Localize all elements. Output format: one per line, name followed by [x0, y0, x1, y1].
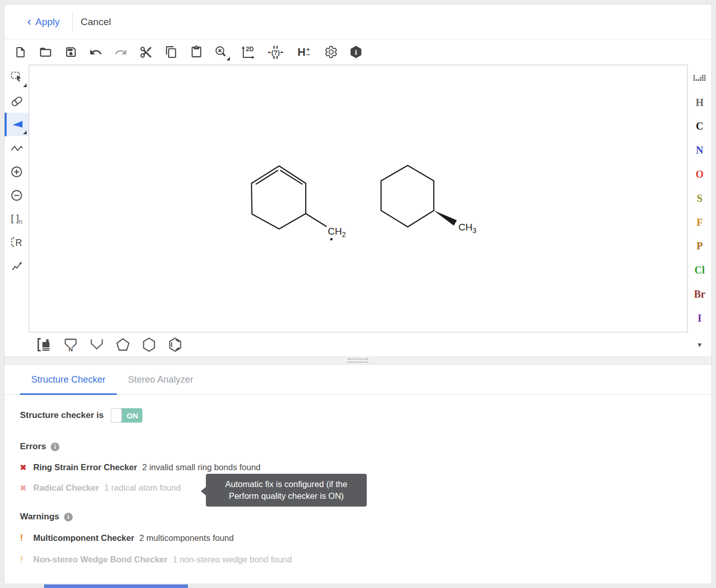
element-s-button[interactable]: S [688, 186, 711, 211]
template-library-button[interactable] [36, 336, 53, 353]
add-remove-hydrogens-icon[interactable]: H + − [294, 45, 313, 59]
svg-text:2D: 2D [246, 46, 254, 53]
rgroup-tool[interactable]: R [5, 230, 29, 254]
redo-icon[interactable] [114, 45, 128, 59]
element-br-button[interactable]: Br [688, 282, 711, 306]
svg-text:R: R [15, 238, 22, 248]
error-row-ring-strain[interactable]: ✖ Ring Strain Error Checker 2 invalid sm… [20, 463, 696, 472]
editor-page: ‹ Apply Cancel [0, 0, 716, 588]
element-n-button[interactable]: N [688, 138, 711, 162]
molecule-cyclohexane-methyl[interactable] [381, 165, 434, 227]
tab-stereo-analyzer[interactable]: Stereo Analyzer [117, 365, 204, 394]
save-icon[interactable] [64, 45, 78, 59]
settings-gear-icon[interactable] [324, 45, 338, 59]
panel-resize-handle[interactable] [5, 356, 711, 365]
structure-check-icon[interactable]: (?) [267, 45, 284, 59]
main-toolbar: 2D (?) H + − [5, 39, 711, 65]
checker-panel: Structure Checker Stereo Analyzer Struct… [5, 365, 711, 583]
atom-label-ch2[interactable]: CH2 [328, 226, 346, 239]
template-benzene-button[interactable] [166, 336, 184, 353]
canvas-column: CH2 CH3 [29, 65, 688, 356]
select-rectangle-tool[interactable] [5, 66, 29, 89]
reaction-mapping-tool[interactable] [5, 254, 29, 278]
dropdown-corner-icon [23, 83, 27, 87]
dropdown-corner-icon [23, 131, 27, 134]
grip-icon [348, 359, 368, 363]
editor-main: [ ]n R [5, 65, 711, 356]
element-h-button[interactable]: H [688, 91, 711, 115]
sgroup-bracket-tool[interactable]: [ ]n [5, 207, 29, 230]
template-cyclohexane-button[interactable] [140, 336, 158, 353]
eraser-tool[interactable] [5, 89, 29, 113]
periodic-table-button[interactable] [688, 67, 711, 91]
expand-elements-chevron-icon[interactable]: ▾ [698, 340, 702, 349]
atom-label-ch3[interactable]: CH3 [458, 222, 476, 235]
element-toolbar: H C N O S F P Cl Br I ▾ [688, 65, 711, 356]
new-document-icon[interactable] [13, 45, 28, 59]
wedge-bond[interactable] [434, 211, 457, 226]
info-icon[interactable]: i [349, 45, 363, 59]
template-toolbar: N [29, 332, 688, 356]
warning-bang-icon: ! [20, 533, 33, 543]
dropdown-corner-icon [226, 57, 230, 60]
copy-icon[interactable] [164, 45, 178, 59]
errors-title: Errors [20, 442, 46, 452]
errors-info-icon[interactable]: i [51, 443, 59, 451]
svg-text:N: N [69, 345, 73, 352]
open-icon[interactable] [38, 45, 53, 59]
apply-label: Apply [35, 16, 60, 28]
charge-minus-tool[interactable] [5, 183, 29, 207]
drawing-canvas[interactable]: CH2 CH3 [29, 65, 688, 332]
error-x-icon: ✖ [20, 484, 33, 493]
element-p-button[interactable]: P [688, 235, 711, 259]
template-cyclopentadiene-button[interactable] [88, 336, 106, 353]
element-o-button[interactable]: O [688, 162, 711, 186]
tab-structure-checker[interactable]: Structure Checker [20, 365, 117, 394]
radical-dot [330, 238, 333, 241]
toggle-state-label: ON [122, 411, 142, 420]
clean-2d-icon[interactable]: 2D [239, 45, 257, 59]
charge-plus-tool[interactable] [5, 160, 29, 183]
horizontal-scrollbar-thumb[interactable] [44, 584, 188, 588]
structure-editor-window: ‹ Apply Cancel [4, 4, 712, 583]
structure-checker-toggle[interactable]: ON [111, 408, 142, 423]
element-cl-button[interactable]: Cl [688, 258, 711, 282]
warning-row-wedge-bond[interactable]: ! Non-stereo Wedge Bond Checker 1 non-st… [20, 554, 696, 565]
svg-text:(?): (?) [271, 48, 280, 56]
template-pyrrole-button[interactable]: N [62, 336, 79, 353]
zoom-tool-icon[interactable] [214, 45, 228, 59]
undo-icon[interactable] [89, 45, 103, 59]
top-bar: ‹ Apply Cancel [5, 5, 711, 39]
svg-text:i: i [355, 48, 357, 56]
structure-checker-toggle-label: Structure checker is [20, 410, 103, 421]
paste-icon[interactable] [189, 45, 203, 59]
bond-tool[interactable] [5, 113, 29, 136]
toggle-knob [111, 408, 122, 423]
warnings-title: Warnings [20, 512, 59, 522]
autofix-tooltip: Automatic fix is configured (if the Perf… [206, 474, 367, 507]
panel-tabs: Structure Checker Stereo Analyzer [5, 365, 711, 395]
cancel-button[interactable]: Cancel [81, 16, 111, 28]
warning-bang-icon: ! [20, 554, 33, 565]
chain-tool[interactable] [5, 136, 29, 160]
element-f-button[interactable]: F [688, 211, 711, 235]
element-c-button[interactable]: C [688, 115, 711, 139]
cut-icon[interactable] [139, 45, 153, 59]
warning-row-multicomponent[interactable]: ! Multicomponent Checker 2 multicomponen… [20, 533, 696, 543]
element-i-button[interactable]: I [688, 306, 711, 330]
warnings-info-icon[interactable]: i [64, 513, 73, 521]
divider [72, 11, 73, 33]
apply-button[interactable]: ‹ Apply [27, 16, 60, 28]
template-cyclopentane-button[interactable] [114, 336, 132, 353]
left-toolbar: [ ]n R [5, 65, 29, 356]
error-x-icon: ✖ [20, 463, 33, 472]
molecule-cyclohexadiene-radical[interactable] [251, 166, 326, 229]
back-chevron-icon: ‹ [27, 15, 31, 28]
